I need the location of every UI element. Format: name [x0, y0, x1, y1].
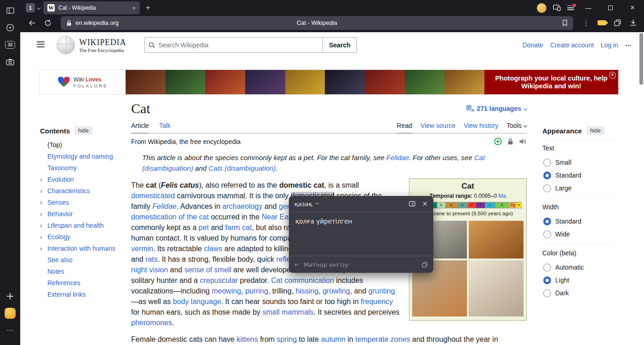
article-link[interactable]: vermin — [131, 245, 153, 253]
contents-hide-button[interactable]: hide — [75, 126, 92, 135]
more-tools-icon[interactable]: ⋯ — [3, 323, 17, 337]
view-history[interactable]: View history — [464, 122, 498, 133]
cat-photo-4[interactable] — [469, 260, 523, 316]
cat-photo-2[interactable] — [469, 221, 523, 259]
scrollbar-thumb[interactable] — [639, 33, 643, 85]
languages-button[interactable]: A 271 languages — [466, 105, 527, 112]
view-source[interactable]: View source — [420, 122, 455, 133]
article-link[interactable]: Felidae — [386, 154, 409, 161]
toc-expand-icon[interactable]: › — [40, 210, 42, 218]
article-link[interactable]: purring — [245, 287, 268, 295]
appearance-hide-button[interactable]: hide — [586, 126, 604, 135]
article-link[interactable]: kittens — [236, 335, 258, 343]
search-button[interactable]: Search — [323, 37, 357, 53]
toc-link[interactable]: See also — [47, 256, 72, 264]
tab-counter-badge[interactable]: 30 — [3, 38, 17, 52]
copy-icon[interactable] — [422, 262, 428, 268]
browser-tab-active[interactable]: W Cat - Wikipedia × — [43, 1, 140, 14]
extensions-menu-icon[interactable]: ⋮ — [580, 17, 592, 29]
view-read[interactable]: Read — [397, 122, 412, 133]
donate-link[interactable]: Donate — [523, 41, 543, 49]
toc-item[interactable]: (Top) — [40, 139, 119, 150]
ma-link[interactable]: Ma — [499, 193, 506, 199]
profile-avatar[interactable] — [537, 3, 546, 13]
good-article-plus-icon[interactable] — [494, 138, 502, 145]
devices-icon[interactable] — [553, 5, 561, 11]
article-link[interactable]: crepuscular — [200, 276, 238, 284]
radio-option-standard[interactable]: Standard — [542, 215, 615, 228]
toc-expand-icon[interactable]: › — [40, 187, 42, 195]
sidebar-toggle-icon[interactable] — [3, 4, 17, 17]
pages-icon[interactable] — [611, 17, 624, 29]
article-link[interactable]: sense of smell — [184, 266, 231, 274]
firefox-account-avatar[interactable] — [3, 306, 17, 320]
toc-expand-icon[interactable]: › — [40, 176, 42, 183]
article-link[interactable]: frequency — [361, 298, 393, 305]
toc-link[interactable]: Evolution — [47, 176, 74, 183]
toc-link[interactable]: References — [47, 279, 80, 287]
tab-article[interactable]: Article — [131, 122, 149, 133]
banner-message-box[interactable]: Photograph your local culture, help Wiki… — [484, 70, 618, 94]
toc-item[interactable]: ›Lifespan and health — [40, 219, 119, 231]
toc-link[interactable]: Taxonomy — [47, 164, 77, 172]
toc-link[interactable]: (Top) — [47, 141, 62, 149]
article-link[interactable]: Cats (disambiguation) — [208, 164, 276, 172]
article-link[interactable]: meowing — [212, 287, 241, 295]
toc-item[interactable]: Notes — [40, 265, 119, 277]
radio-icon[interactable] — [543, 159, 551, 167]
search-input[interactable] — [158, 41, 319, 49]
listen-speaker-icon[interactable] — [519, 138, 527, 145]
article-link[interactable]: growling — [322, 287, 350, 295]
toc-item[interactable]: ›Interaction with humans — [40, 242, 119, 254]
article-link[interactable]: pheromones — [131, 319, 172, 327]
banner-close-icon[interactable]: × — [609, 72, 616, 79]
language-chevron-icon[interactable] — [316, 201, 319, 205]
article-link[interactable]: Cat communication — [271, 276, 334, 284]
downloads-icon[interactable] — [627, 17, 639, 29]
toc-expand-icon[interactable]: › — [40, 245, 42, 252]
container-chevron-icon[interactable] — [37, 6, 40, 10]
article-link[interactable]: pet — [199, 224, 209, 231]
radio-selected-icon[interactable] — [543, 172, 551, 179]
tab-close-icon[interactable]: × — [132, 5, 136, 11]
toc-item[interactable]: Etymology and naming — [40, 150, 119, 162]
toc-link[interactable]: Senses — [47, 199, 69, 206]
toc-item[interactable]: ›Ecology — [40, 231, 119, 242]
toc-expand-icon[interactable]: › — [40, 233, 42, 241]
tab-talk[interactable]: Talk — [159, 122, 171, 133]
radio-selected-icon[interactable] — [543, 218, 551, 225]
toc-expand-icon[interactable]: › — [40, 222, 42, 229]
toc-link[interactable]: Interaction with humans — [47, 245, 115, 252]
article-link[interactable]: body language — [173, 298, 221, 305]
toc-item[interactable]: Taxonomy — [40, 162, 119, 173]
wiki-loves-folklore-banner[interactable]: Wiki Loves FOLKLORE Photograph your loca… — [40, 70, 618, 94]
article-link[interactable]: farm cat — [225, 224, 252, 231]
article-link[interactable]: small mammals — [262, 308, 313, 316]
new-tab-button[interactable]: + — [143, 3, 153, 12]
article-link[interactable]: claws — [204, 245, 222, 253]
firefox-view-icon[interactable] — [3, 21, 17, 34]
bookmark-icon[interactable] — [562, 20, 568, 26]
user-menu-ellipsis[interactable]: ⋯ — [625, 41, 632, 49]
radio-option-automatic[interactable]: Automatic — [542, 261, 615, 274]
login-link[interactable]: Log in — [601, 41, 618, 49]
radio-option-dark[interactable]: Dark — [542, 287, 615, 299]
screenshot-camera-icon[interactable] — [3, 55, 17, 69]
wikipedia-logo[interactable]: WIKIPEDIA The Free Encyclopedia — [57, 36, 126, 54]
toc-link[interactable]: Etymology and naming — [47, 153, 113, 160]
radio-option-light[interactable]: Light — [542, 274, 615, 287]
radio-icon[interactable] — [543, 264, 551, 271]
radio-icon[interactable] — [543, 289, 551, 297]
radio-icon[interactable] — [543, 230, 551, 238]
toc-item[interactable]: ›Behavior — [40, 208, 119, 219]
window-maximize-button[interactable] — [603, 2, 618, 14]
popup-expand-window-icon[interactable] — [409, 201, 415, 207]
toc-link[interactable]: Behavior — [47, 210, 73, 218]
app-menu-icon[interactable] — [567, 6, 574, 11]
battery-extension-icon[interactable] — [595, 17, 608, 29]
translation-input-row[interactable]: ↵ Мәтінді енгізу — [289, 256, 433, 273]
toc-link[interactable]: Lifespan and health — [47, 222, 104, 229]
article-link[interactable]: domestication of the cat — [131, 213, 209, 221]
toc-link[interactable]: Characteristics — [47, 187, 90, 195]
toc-link[interactable]: External links — [47, 291, 86, 298]
